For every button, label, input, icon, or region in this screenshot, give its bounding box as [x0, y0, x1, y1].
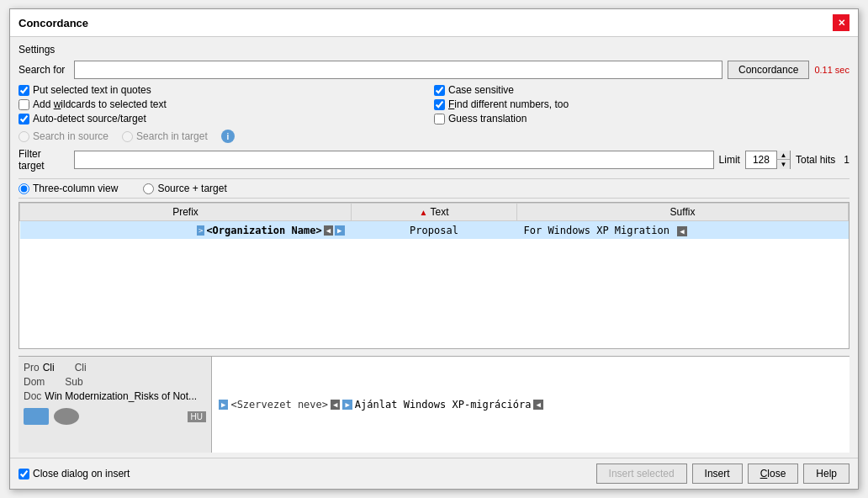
- tag-icon-1: ◀: [324, 225, 333, 236]
- checkbox-guess-translation: Guess translation: [434, 113, 849, 124]
- doc-row: Doc Win Modernization_Risks of Not...: [24, 390, 206, 402]
- preview-end-marker: ◀: [533, 400, 542, 410]
- results-table: Prefix ▲ Text Suffix > <Organization Nam…: [19, 203, 849, 239]
- filter-target-label: Filter target: [19, 148, 69, 172]
- preview-tag-end1: ◀: [331, 400, 340, 410]
- radio-search-source: Search in source: [19, 130, 108, 142]
- close-on-insert-container: Close dialog on insert: [19, 468, 591, 479]
- dom-key: Dom: [24, 376, 45, 388]
- close-icon[interactable]: ✕: [833, 14, 849, 31]
- preview-tag-org-start: <Szervezet neve>: [230, 399, 328, 411]
- doc-key: Doc: [24, 390, 41, 402]
- bottom-panel: Pro Cli Cli Dom Sub Doc Win Modernizatio…: [19, 356, 849, 453]
- title-bar: Concordance ✕: [10, 9, 858, 37]
- guess-translation-label: Guess translation: [448, 113, 527, 124]
- search-target-label: Search in target: [136, 130, 208, 142]
- suffix-tag-icon: ◀: [677, 226, 686, 236]
- filter-input[interactable]: [74, 151, 714, 169]
- pro-value: Cli: [43, 362, 55, 374]
- dialog-body: Settings Search for Concordance 0.11 sec…: [10, 37, 858, 458]
- text-cell: Proposal: [352, 221, 517, 240]
- close-on-insert-label: Close dialog on insert: [33, 468, 130, 479]
- table-row[interactable]: > <Organization Name> ◀ ▶ Proposal For W…: [20, 221, 849, 240]
- wildcards-label: Add wildcards to selected text: [33, 98, 167, 110]
- spinner-up-button[interactable]: ▲: [776, 151, 790, 160]
- prefix-cell: > <Organization Name> ◀ ▶: [20, 221, 352, 240]
- preview-main-text: Ajánlat Windows XP-migrációra: [355, 399, 532, 411]
- put-quotes-checkbox[interactable]: [19, 85, 29, 96]
- checkboxes-left: Put selected text in quotes Add wildcard…: [19, 84, 434, 124]
- preview-tag-start: ▶: [219, 400, 228, 410]
- case-sensitive-label: Case sensitive: [448, 84, 514, 96]
- col-prefix[interactable]: Prefix: [20, 204, 352, 221]
- concordance-dialog: Concordance ✕ Settings Search for Concor…: [9, 8, 859, 490]
- guess-translation-checkbox[interactable]: [434, 114, 445, 124]
- three-col-radio[interactable]: [19, 183, 29, 194]
- doc-value: Win Modernization_Risks of Not...: [45, 390, 197, 402]
- tag-icon-2: ▶: [335, 225, 344, 236]
- help-button[interactable]: Help: [803, 464, 849, 484]
- language-flag: HU: [188, 411, 206, 422]
- dom-row: Dom Sub: [24, 376, 206, 388]
- prefix-text: <Organization Name>: [206, 225, 321, 236]
- close-on-insert-checkbox[interactable]: [19, 469, 29, 479]
- checkboxes-row: Put selected text in quotes Add wildcard…: [19, 84, 849, 124]
- find-numbers-checkbox[interactable]: [434, 99, 445, 110]
- concordance-button[interactable]: Concordance: [728, 61, 809, 79]
- filter-row: Filter target Limit ▲ ▼ Total hits 1: [19, 148, 849, 172]
- info-icon[interactable]: i: [221, 130, 235, 143]
- result-text: Proposal: [410, 225, 458, 236]
- preview-tag-arrow: ▶: [342, 400, 352, 410]
- avatar-icon: [54, 408, 79, 425]
- source-target-row: Search in source Search in target i: [19, 130, 849, 143]
- find-numbers-label: Find different numbers, too: [448, 98, 569, 110]
- spinner-down-button[interactable]: ▼: [776, 160, 790, 169]
- translation-preview-panel: ▶ <Szervezet neve> ◀ ▶ Ajánlat Windows X…: [212, 357, 849, 453]
- checkbox-case-sensitive: Case sensitive: [434, 84, 849, 96]
- pro-row: Pro Cli Cli: [24, 362, 206, 374]
- source-target-radio[interactable]: [143, 183, 154, 194]
- auto-detect-checkbox[interactable]: [19, 114, 29, 124]
- limit-spinner: ▲ ▼: [745, 151, 791, 169]
- source-target-label: Source + target: [157, 183, 226, 194]
- case-sensitive-checkbox[interactable]: [434, 85, 445, 96]
- total-hits-value: 1: [844, 154, 849, 166]
- left-info-panel: Pro Cli Cli Dom Sub Doc Win Modernizatio…: [19, 357, 212, 453]
- search-input[interactable]: [74, 61, 722, 79]
- col-suffix[interactable]: Suffix: [517, 204, 849, 221]
- search-source-label: Search in source: [33, 130, 108, 142]
- sub-key: Sub: [65, 376, 82, 388]
- checkboxes-right: Case sensitive Find different numbers, t…: [434, 84, 849, 124]
- radio-three-col: Three-column view: [19, 183, 118, 194]
- suffix-text: For Windows XP Migration: [524, 225, 670, 236]
- radio-search-target: Search in target: [122, 130, 208, 142]
- col-text[interactable]: ▲ Text: [352, 204, 517, 221]
- limit-label: Limit: [719, 154, 740, 166]
- search-row: Search for Concordance 0.11 sec: [19, 61, 849, 79]
- search-source-radio[interactable]: [19, 131, 29, 142]
- insert-button[interactable]: Insert: [692, 464, 743, 484]
- three-col-label: Three-column view: [33, 183, 118, 194]
- suffix-cell: For Windows XP Migration ◀: [517, 221, 849, 240]
- limit-value-input[interactable]: [746, 151, 776, 168]
- insert-selected-button[interactable]: Insert selected: [596, 464, 687, 484]
- pro-key: Pro: [24, 362, 40, 374]
- timing-text: 0.11 sec: [814, 65, 849, 75]
- checkbox-find-numbers: Find different numbers, too: [434, 98, 849, 110]
- wildcards-checkbox[interactable]: [19, 99, 29, 110]
- search-target-radio[interactable]: [122, 131, 133, 142]
- search-for-label: Search for: [19, 64, 69, 76]
- results-table-container[interactable]: Prefix ▲ Text Suffix > <Organization Nam…: [19, 202, 849, 349]
- view-row: Three-column view Source + target: [19, 178, 849, 199]
- spinner-buttons: ▲ ▼: [776, 151, 790, 169]
- thumbnail-icon: [24, 408, 49, 425]
- checkbox-wildcards: Add wildcards to selected text: [19, 98, 434, 110]
- dialog-title: Concordance: [19, 17, 88, 29]
- radio-source-target: Source + target: [143, 183, 226, 194]
- checkbox-put-quotes: Put selected text in quotes: [19, 84, 434, 96]
- close-dialog-button[interactable]: Close: [748, 464, 799, 484]
- total-hits-label: Total hits: [796, 154, 835, 166]
- checkbox-auto-detect: Auto-detect source/target: [19, 113, 434, 124]
- put-quotes-label: Put selected text in quotes: [33, 84, 151, 96]
- cli-key: Cli: [75, 362, 87, 374]
